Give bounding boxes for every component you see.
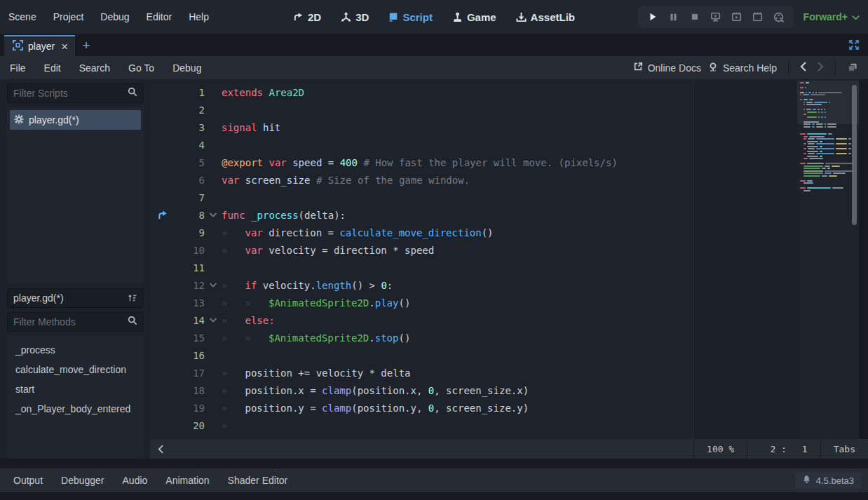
script-tab-strip: player × + bbox=[0, 34, 868, 56]
code-editor[interactable]: 1extends Area2D23signal hit45@export var… bbox=[150, 79, 868, 439]
menu-help[interactable]: Help bbox=[189, 11, 209, 22]
script-menu-go-to[interactable]: Go To bbox=[128, 62, 154, 74]
override-method-icon[interactable] bbox=[150, 210, 175, 220]
tab-player[interactable]: player × bbox=[4, 35, 75, 56]
menu-project[interactable]: Project bbox=[53, 11, 84, 22]
fold-toggle-icon[interactable] bbox=[205, 212, 222, 218]
script-menu-file[interactable]: File bbox=[10, 62, 26, 74]
tab-marker: » bbox=[222, 280, 245, 291]
fold-toggle-icon[interactable] bbox=[205, 282, 222, 288]
main-toolbar: SceneProjectDebugEditorHelp 2D 3D Script… bbox=[0, 0, 868, 34]
menu-debug[interactable]: Debug bbox=[100, 11, 129, 22]
workspace-3d-button[interactable]: 3D bbox=[341, 11, 369, 23]
run-instances-button[interactable] bbox=[749, 8, 767, 25]
play-button[interactable] bbox=[644, 8, 662, 25]
toggle-scripts-panel-button[interactable] bbox=[847, 62, 858, 74]
renderer-selector[interactable]: Forward+ bbox=[803, 11, 860, 22]
indent-type-button[interactable]: Tabs bbox=[820, 439, 868, 459]
workspace-2d-button[interactable]: 2D bbox=[293, 11, 321, 23]
workspace-assetlib-button[interactable]: AssetLib bbox=[516, 11, 575, 23]
code-text[interactable]: 1extends Area2D23signal hit45@export var… bbox=[150, 79, 797, 439]
close-tab-icon[interactable]: × bbox=[61, 41, 68, 53]
caret-line: 2 bbox=[760, 444, 775, 454]
code-content: »else: bbox=[222, 315, 275, 326]
bottom-tab-shader-editor[interactable]: Shader Editor bbox=[222, 472, 294, 489]
filter-scripts-placeholder: Filter Scripts bbox=[13, 88, 128, 99]
caret-column: 1 bbox=[792, 444, 808, 454]
method-item-_on_player_body_entered[interactable]: _on_Player_body_entered bbox=[10, 399, 141, 419]
fold-toggle-icon[interactable] bbox=[205, 317, 222, 323]
tab-marker: » bbox=[222, 385, 245, 396]
minimap[interactable] bbox=[797, 79, 850, 439]
play-scene-button[interactable] bbox=[707, 8, 725, 25]
method-item-calculate_move_direction[interactable]: calculate_move_direction bbox=[10, 360, 141, 379]
online-docs-label: Online Docs bbox=[648, 62, 701, 74]
script-item-player[interactable]: player.gd(*) bbox=[10, 110, 141, 130]
workspace-game-button[interactable]: Game bbox=[452, 11, 496, 23]
bottom-tab-animation[interactable]: Animation bbox=[159, 472, 215, 489]
line-number: 16 bbox=[175, 350, 205, 361]
method-item-start[interactable]: start bbox=[10, 379, 141, 399]
tab-marker: » bbox=[222, 315, 245, 326]
line-number: 9 bbox=[175, 227, 205, 238]
method-item-_process[interactable]: _process bbox=[10, 340, 141, 360]
tab-marker: » bbox=[245, 297, 269, 309]
collapse-sidebar-button[interactable] bbox=[150, 445, 171, 454]
code-content: »var velocity = direction * speed bbox=[222, 245, 434, 256]
caret-separator: : bbox=[781, 444, 787, 454]
caret-position: 2 : 1 bbox=[747, 439, 820, 459]
line-number: 19 bbox=[175, 403, 205, 414]
play-custom-scene-button[interactable] bbox=[728, 8, 746, 25]
current-script-bar: player.gd(*) bbox=[7, 288, 144, 308]
expand-editor-icon[interactable] bbox=[848, 39, 860, 53]
menu-editor[interactable]: Editor bbox=[147, 11, 172, 22]
workspace-script-label: Script bbox=[402, 11, 433, 23]
bottom-panel-bar: OutputDebuggerAudioAnimationShader Edito… bbox=[0, 468, 868, 492]
script-item-label: player.gd(*) bbox=[29, 114, 79, 126]
stop-button[interactable] bbox=[686, 8, 704, 25]
tab-marker: » bbox=[222, 297, 245, 309]
zoom-level[interactable]: 100 % bbox=[693, 439, 747, 459]
editor-right-margin bbox=[859, 79, 868, 439]
script-icon bbox=[388, 12, 398, 22]
main-menu: SceneProjectDebugEditorHelp bbox=[8, 11, 209, 22]
window-footer bbox=[0, 492, 868, 500]
script-editor-menubar: FileEditSearchGo ToDebug Online Docs Sea… bbox=[0, 56, 868, 79]
scrollbar-thumb[interactable] bbox=[852, 85, 857, 225]
history-back-button[interactable] bbox=[800, 62, 807, 74]
tab-marker: » bbox=[222, 227, 245, 238]
script-menu-search[interactable]: Search bbox=[79, 62, 110, 74]
version-info[interactable]: 4.5.beta3 bbox=[795, 472, 861, 489]
history-forward-button[interactable] bbox=[817, 62, 824, 74]
bottom-tab-debugger[interactable]: Debugger bbox=[55, 472, 111, 489]
workspace-script-button[interactable]: Script bbox=[388, 11, 433, 23]
workspace-3d-label: 3D bbox=[355, 11, 369, 23]
movie-maker-button[interactable] bbox=[770, 8, 788, 25]
gdscript-gear-icon bbox=[14, 114, 24, 126]
scripts-sidebar: Filter Scripts player.gd(*) player.gd(*)… bbox=[0, 79, 150, 459]
filter-scripts-input[interactable]: Filter Scripts bbox=[7, 83, 144, 103]
version-label: 4.5.beta3 bbox=[816, 475, 854, 486]
scrollbar-track[interactable] bbox=[850, 79, 859, 439]
assetlib-icon bbox=[516, 12, 527, 22]
filter-methods-input[interactable]: Filter Methods bbox=[7, 312, 144, 332]
divider bbox=[788, 61, 789, 75]
new-tab-button[interactable]: + bbox=[75, 35, 97, 56]
search-help-button[interactable]: Search Help bbox=[708, 62, 777, 74]
bell-icon bbox=[802, 475, 811, 486]
pause-button[interactable] bbox=[665, 8, 683, 25]
bottom-tab-audio[interactable]: Audio bbox=[116, 472, 154, 489]
search-icon bbox=[128, 87, 137, 100]
external-link-icon bbox=[633, 62, 643, 74]
menu-scene[interactable]: Scene bbox=[8, 11, 36, 22]
script-menu-edit[interactable]: Edit bbox=[44, 62, 61, 74]
tab-marker: » bbox=[222, 367, 245, 379]
tab-marker: » bbox=[222, 403, 245, 414]
line-number: 3 bbox=[175, 122, 205, 133]
sort-methods-icon[interactable] bbox=[123, 290, 142, 306]
script-editor-menus: FileEditSearchGo ToDebug bbox=[10, 62, 201, 74]
line-number: 15 bbox=[175, 332, 205, 344]
bottom-tab-output[interactable]: Output bbox=[7, 472, 49, 489]
script-menu-debug[interactable]: Debug bbox=[172, 62, 201, 74]
online-docs-button[interactable]: Online Docs bbox=[633, 62, 701, 74]
